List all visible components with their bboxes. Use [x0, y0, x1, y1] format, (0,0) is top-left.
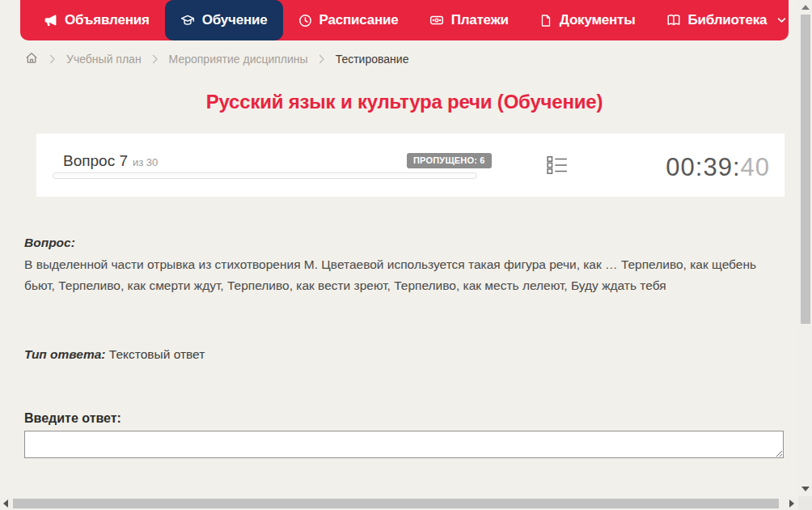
- question-counter: Вопрос 7из 30: [63, 152, 158, 170]
- chevron-right-icon: [152, 53, 159, 66]
- answer-type-row: Тип ответа: Текстовый ответ: [24, 347, 205, 362]
- answer-input[interactable]: [24, 431, 784, 458]
- question-counter-label: Вопрос 7: [63, 152, 128, 169]
- book-icon: [666, 13, 681, 28]
- scroll-down-arrow-icon[interactable]: [801, 487, 810, 491]
- nav-item-label: Платежи: [451, 12, 509, 28]
- chevron-right-icon: [49, 53, 56, 66]
- answer-type-label: Тип ответа:: [24, 347, 106, 361]
- payment-icon: [429, 13, 444, 28]
- answer-input-label: Введите ответ:: [24, 411, 121, 426]
- breadcrumb-item-curriculum[interactable]: Учебный план: [66, 53, 142, 66]
- document-icon: [539, 14, 552, 28]
- breadcrumb-item-testing: Тестирование: [336, 53, 409, 66]
- nav-item-payments[interactable]: Платежи: [414, 0, 524, 40]
- nav-item-learning[interactable]: Обучение: [165, 0, 283, 40]
- question-text: В выделенной части отрывка из стихотворе…: [24, 254, 768, 296]
- nav-item-label: Документы: [560, 12, 636, 28]
- scrollbar-corner: [798, 496, 812, 510]
- question-label: Вопрос:: [24, 236, 75, 250]
- question-total-label: из 30: [133, 156, 158, 168]
- horizontal-scrollbar[interactable]: [0, 496, 798, 510]
- breadcrumb-item-discipline-event[interactable]: Мероприятие дисциплины: [169, 53, 308, 66]
- megaphone-icon: [44, 14, 57, 28]
- scroll-left-arrow-icon[interactable]: [3, 499, 8, 508]
- clock-icon: [298, 14, 312, 28]
- scroll-right-arrow-icon[interactable]: [789, 499, 794, 508]
- graduation-cap-icon: [180, 13, 195, 28]
- question-list-icon[interactable]: [546, 154, 569, 180]
- vertical-scrollbar[interactable]: [798, 0, 812, 496]
- timer-seconds: 40: [741, 153, 770, 181]
- chevron-down-icon: [777, 17, 786, 23]
- nav-item-documents[interactable]: Документы: [524, 0, 651, 40]
- scroll-up-arrow-icon[interactable]: [801, 5, 810, 10]
- answer-type-value: Текстовый ответ: [109, 347, 205, 361]
- horizontal-scrollbar-thumb[interactable]: [13, 499, 779, 508]
- timer: 00:39:40: [666, 153, 770, 182]
- vertical-scrollbar-thumb[interactable]: [801, 15, 810, 324]
- top-navbar: Объявления Обучение Расписание Платежи Д…: [20, 0, 789, 40]
- nav-item-label: Обучение: [202, 12, 268, 28]
- home-icon[interactable]: [24, 51, 39, 68]
- timer-hours-minutes: 00:39:: [666, 153, 740, 181]
- nav-item-announcements[interactable]: Объявления: [28, 0, 165, 40]
- nav-item-library[interactable]: Библиотека: [651, 0, 802, 40]
- breadcrumb: Учебный план Мероприятие дисциплины Тест…: [24, 49, 408, 69]
- nav-item-label: Расписание: [319, 12, 399, 28]
- nav-item-label: Библиотека: [688, 12, 768, 28]
- quiz-header-card: Вопрос 7из 30 ПРОПУЩЕНО: 6 00:39:40: [36, 134, 785, 197]
- nav-item-label: Объявления: [65, 12, 150, 28]
- nav-item-schedule[interactable]: Расписание: [283, 0, 414, 40]
- skipped-badge: ПРОПУЩЕНО: 6: [407, 153, 492, 168]
- page-title: Русский язык и культура речи (Обучение): [20, 91, 789, 113]
- progress-bar: [53, 172, 477, 179]
- chevron-right-icon: [319, 53, 325, 66]
